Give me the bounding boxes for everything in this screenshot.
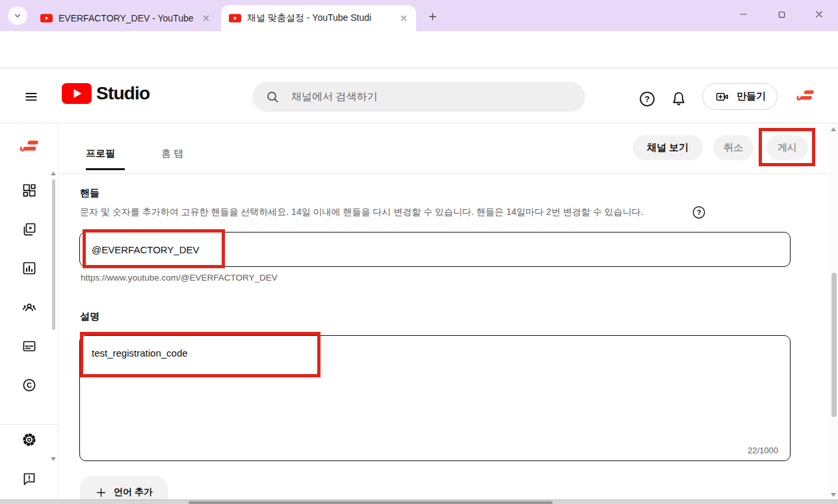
character-counter: 22/1000 [748, 446, 778, 455]
cancel-button[interactable]: 취소 [713, 135, 753, 160]
dashboard-icon [21, 183, 37, 198]
create-button-label: 만들기 [737, 90, 766, 103]
window-maximize-button[interactable] [763, 0, 800, 29]
copyright-icon: C [21, 377, 37, 393]
analytics-icon [21, 260, 37, 276]
handle-description: 문자 및 숫자를 추가하여 고유한 핸들을 선택하세요. 14일 이내에 핸들을… [80, 207, 644, 218]
window-minimize-button[interactable] [725, 0, 763, 29]
sidebar-item-community[interactable] [21, 299, 37, 315]
handle-url-preview: https://www.youtube.com/@EVERFACTORY_DEV [81, 273, 278, 283]
sidebar-item-copyright[interactable]: C [21, 377, 37, 393]
search-input[interactable] [290, 90, 585, 103]
brand-text: Studio [96, 83, 150, 104]
help-icon: ? [638, 90, 656, 108]
sidebar-item-settings[interactable] [21, 432, 37, 447]
channel-search-bar[interactable] [252, 82, 585, 112]
svg-text:C: C [27, 381, 32, 389]
studio-header: Studio ? 만들기 [0, 68, 838, 123]
close-icon [814, 9, 824, 19]
add-language-label: 언어 추가 [114, 486, 153, 498]
clipped-bottom-content [189, 501, 553, 504]
svg-text:?: ? [644, 94, 649, 104]
description-section-title: 설명 [80, 310, 99, 323]
channel-logo-icon [793, 86, 818, 106]
scroll-up-arrow[interactable] [51, 171, 56, 175]
browser-tab-channel-settings[interactable]: 채널 맞춤설정 - YouTube Studi [221, 5, 416, 31]
notifications-button[interactable] [669, 89, 688, 108]
bell-icon [670, 90, 687, 107]
description-field-container: test_registration_code 22/1000 [79, 335, 791, 461]
window-controls [725, 0, 838, 29]
minimize-icon [739, 9, 749, 19]
active-tab-underline [86, 168, 125, 170]
plus-icon [95, 486, 107, 499]
chevron-down-icon [12, 10, 23, 21]
window-close-button[interactable] [800, 0, 838, 29]
channel-customization-panel: 프로필 홈 탭 채널 보기 취소 게시 핸들 문자 및 숫자를 추가하여 고유한… [59, 123, 830, 499]
sidebar-scrollbar[interactable] [51, 171, 57, 461]
view-channel-button[interactable]: 채널 보기 [633, 135, 703, 160]
page-scrollbar[interactable] [830, 123, 838, 499]
subtitles-icon [21, 338, 37, 354]
content-icon [21, 221, 37, 237]
gear-icon [21, 432, 37, 447]
help-button[interactable]: ? [637, 89, 657, 108]
youtube-logo-icon [62, 83, 92, 104]
studio-sidebar: C [0, 123, 59, 499]
scrollbar-thumb[interactable] [52, 179, 55, 330]
browser-window: EVERFACTORY_DEV - YouTube 채널 맞춤설정 - YouT… [0, 0, 838, 504]
scrollbar-thumb[interactable] [831, 273, 837, 417]
handle-section-title: 핸들 [80, 187, 99, 199]
handle-input[interactable] [79, 232, 791, 267]
sidebar-item-feedback[interactable] [21, 471, 37, 486]
browser-tab-everfactory[interactable]: EVERFACTORY_DEV - YouTube [33, 5, 218, 31]
tabs-divider [59, 173, 830, 174]
sidebar-item-analytics[interactable] [21, 260, 37, 276]
maximize-icon [777, 10, 787, 19]
channel-logo-icon [17, 136, 42, 157]
tab-close-icon[interactable] [199, 11, 213, 25]
sidebar-divider [0, 424, 59, 425]
add-language-button[interactable]: 언어 추가 [80, 476, 168, 499]
tab-title: EVERFACTORY_DEV - YouTube [59, 13, 193, 23]
youtube-studio-logo[interactable]: Studio [62, 83, 150, 104]
scroll-down-arrow[interactable] [831, 493, 836, 497]
community-icon [21, 299, 37, 315]
browser-toolbar: studio.youtube.com/channel/UCoMXZlOaDyjp… [0, 31, 838, 68]
feedback-icon [21, 471, 37, 486]
sidebar-item-dashboard[interactable] [21, 183, 37, 198]
handle-help-button[interactable]: ? [692, 205, 706, 220]
menu-toggle-button[interactable] [21, 88, 42, 105]
channel-avatar[interactable] [793, 86, 818, 106]
scroll-down-arrow[interactable] [51, 457, 56, 461]
sidebar-channel-avatar[interactable] [17, 136, 42, 157]
tab-home[interactable]: 홈 탭 [161, 147, 183, 160]
sidebar-item-content[interactable] [21, 221, 37, 237]
hamburger-icon [23, 90, 40, 104]
create-button[interactable]: 만들기 [702, 83, 778, 110]
sidebar-item-subtitles[interactable] [21, 338, 37, 354]
clipped-bottom-element [0, 499, 838, 504]
svg-text:?: ? [697, 208, 701, 216]
tab-close-icon[interactable] [397, 11, 411, 25]
tab-search-button[interactable] [8, 6, 27, 25]
youtube-favicon [229, 14, 241, 23]
browser-tab-strip: EVERFACTORY_DEV - YouTube 채널 맞춤설정 - YouT… [0, 0, 838, 31]
youtube-favicon [40, 14, 53, 23]
new-tab-button[interactable] [423, 8, 442, 24]
tab-title: 채널 맞춤설정 - YouTube Studi [247, 12, 391, 24]
plus-icon [427, 11, 438, 22]
scroll-up-arrow[interactable] [831, 127, 836, 131]
help-icon: ? [692, 205, 706, 220]
search-icon [265, 90, 280, 104]
publish-button[interactable]: 게시 [766, 135, 808, 160]
create-video-icon [714, 90, 731, 104]
tab-profile[interactable]: 프로필 [86, 147, 115, 160]
description-textarea[interactable]: test_registration_code [80, 336, 790, 440]
